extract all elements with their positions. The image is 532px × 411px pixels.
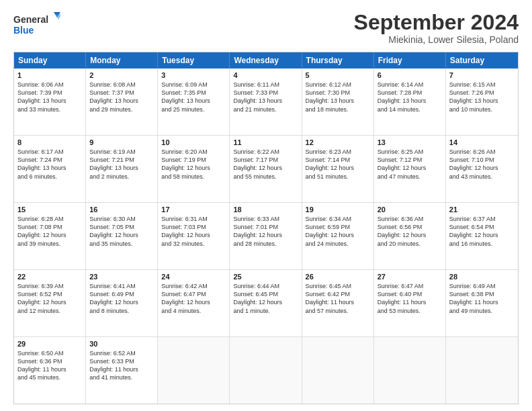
day-empty bbox=[374, 337, 446, 404]
day-14: 14Sunrise: 6:26 AM Sunset: 7:10 PM Dayli… bbox=[446, 136, 518, 202]
svg-text:Blue: Blue bbox=[13, 25, 34, 36]
day-6: 6Sunrise: 6:14 AM Sunset: 7:28 PM Daylig… bbox=[374, 68, 446, 135]
day-1: 1Sunrise: 6:06 AM Sunset: 7:39 PM Daylig… bbox=[14, 68, 86, 135]
day-16: 16Sunrise: 6:30 AM Sunset: 7:05 PM Dayli… bbox=[86, 203, 158, 269]
subtitle: Miekinia, Lower Silesia, Poland bbox=[354, 34, 519, 45]
day-27: 27Sunrise: 6:47 AM Sunset: 6:40 PM Dayli… bbox=[374, 270, 446, 336]
svg-text:General: General bbox=[13, 14, 48, 25]
day-2: 2Sunrise: 6:08 AM Sunset: 7:37 PM Daylig… bbox=[86, 68, 158, 135]
day-18: 18Sunrise: 6:33 AM Sunset: 7:01 PM Dayli… bbox=[230, 203, 302, 269]
day-4: 4Sunrise: 6:11 AM Sunset: 7:33 PM Daylig… bbox=[230, 68, 302, 135]
day-8: 8Sunrise: 6:17 AM Sunset: 7:24 PM Daylig… bbox=[14, 136, 86, 202]
day-29: 29Sunrise: 6:50 AM Sunset: 6:36 PM Dayli… bbox=[14, 337, 86, 404]
day-28: 28Sunrise: 6:49 AM Sunset: 6:38 PM Dayli… bbox=[446, 270, 518, 336]
day-21: 21Sunrise: 6:37 AM Sunset: 6:54 PM Dayli… bbox=[446, 203, 518, 269]
header-wednesday: Wednesday bbox=[230, 52, 302, 68]
day-23: 23Sunrise: 6:41 AM Sunset: 6:49 PM Dayli… bbox=[86, 270, 158, 336]
day-3: 3Sunrise: 6:09 AM Sunset: 7:35 PM Daylig… bbox=[158, 68, 230, 135]
day-empty bbox=[158, 337, 230, 404]
header-saturday: Saturday bbox=[446, 52, 518, 68]
day-empty bbox=[446, 337, 518, 404]
day-17: 17Sunrise: 6:31 AM Sunset: 7:03 PM Dayli… bbox=[158, 203, 230, 269]
day-12: 12Sunrise: 6:23 AM Sunset: 7:14 PM Dayli… bbox=[302, 136, 374, 202]
calendar: Sunday Monday Tuesday Wednesday Thursday… bbox=[13, 52, 519, 404]
day-19: 19Sunrise: 6:34 AM Sunset: 6:59 PM Dayli… bbox=[302, 203, 374, 269]
header-sunday: Sunday bbox=[14, 52, 86, 68]
header-thursday: Thursday bbox=[302, 52, 374, 68]
month-title: September 2024 bbox=[354, 11, 519, 34]
day-24: 24Sunrise: 6:42 AM Sunset: 6:47 PM Dayli… bbox=[158, 270, 230, 336]
header-monday: Monday bbox=[86, 52, 158, 68]
day-11: 11Sunrise: 6:22 AM Sunset: 7:17 PM Dayli… bbox=[230, 136, 302, 202]
svg-marker-3 bbox=[55, 14, 60, 19]
week-row-2: 15Sunrise: 6:28 AM Sunset: 7:08 PM Dayli… bbox=[14, 203, 518, 270]
day-10: 10Sunrise: 6:20 AM Sunset: 7:19 PM Dayli… bbox=[158, 136, 230, 202]
week-row-3: 22Sunrise: 6:39 AM Sunset: 6:52 PM Dayli… bbox=[14, 270, 518, 337]
header: General Blue September 2024 Miekinia, Lo… bbox=[13, 11, 519, 45]
day-7: 7Sunrise: 6:15 AM Sunset: 7:26 PM Daylig… bbox=[446, 68, 518, 135]
day-15: 15Sunrise: 6:28 AM Sunset: 7:08 PM Dayli… bbox=[14, 203, 86, 269]
day-20: 20Sunrise: 6:36 AM Sunset: 6:56 PM Dayli… bbox=[374, 203, 446, 269]
day-9: 9Sunrise: 6:19 AM Sunset: 7:21 PM Daylig… bbox=[86, 136, 158, 202]
day-empty bbox=[302, 337, 374, 404]
header-friday: Friday bbox=[374, 52, 446, 68]
calendar-body: 1Sunrise: 6:06 AM Sunset: 7:39 PM Daylig… bbox=[14, 68, 518, 404]
week-row-1: 8Sunrise: 6:17 AM Sunset: 7:24 PM Daylig… bbox=[14, 136, 518, 203]
day-26: 26Sunrise: 6:45 AM Sunset: 6:42 PM Dayli… bbox=[302, 270, 374, 336]
title-block: September 2024 Miekinia, Lower Silesia, … bbox=[354, 11, 519, 45]
day-25: 25Sunrise: 6:44 AM Sunset: 6:45 PM Dayli… bbox=[230, 270, 302, 336]
header-tuesday: Tuesday bbox=[158, 52, 230, 68]
week-row-0: 1Sunrise: 6:06 AM Sunset: 7:39 PM Daylig… bbox=[14, 68, 518, 136]
logo-svg: General Blue bbox=[13, 11, 60, 38]
day-empty bbox=[230, 337, 302, 404]
page: General Blue September 2024 Miekinia, Lo… bbox=[0, 0, 532, 411]
logo: General Blue bbox=[13, 11, 60, 38]
calendar-header: Sunday Monday Tuesday Wednesday Thursday… bbox=[14, 52, 518, 68]
day-13: 13Sunrise: 6:25 AM Sunset: 7:12 PM Dayli… bbox=[374, 136, 446, 202]
week-row-4: 29Sunrise: 6:50 AM Sunset: 6:36 PM Dayli… bbox=[14, 337, 518, 404]
day-30: 30Sunrise: 6:52 AM Sunset: 6:33 PM Dayli… bbox=[86, 337, 158, 404]
day-5: 5Sunrise: 6:12 AM Sunset: 7:30 PM Daylig… bbox=[302, 68, 374, 135]
day-22: 22Sunrise: 6:39 AM Sunset: 6:52 PM Dayli… bbox=[14, 270, 86, 336]
